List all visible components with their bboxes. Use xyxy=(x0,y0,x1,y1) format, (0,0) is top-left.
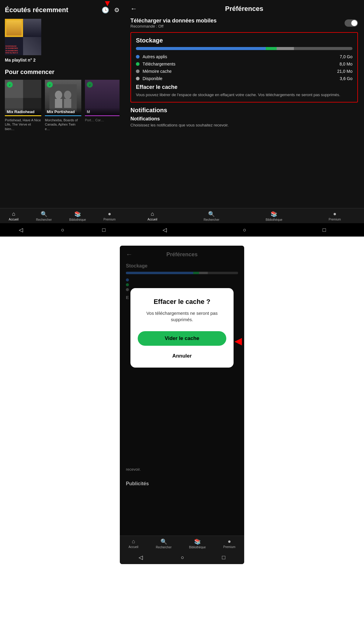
spotify-icon-left: ● xyxy=(108,211,111,217)
storage-section: Stockage Autres applis 7,0 Go Télécharge… xyxy=(130,32,358,103)
dialog-desc: Vos téléchargements ne seront pas suppri… xyxy=(138,310,226,323)
storage-item-telechargements: Téléchargements 8,0 Mo xyxy=(136,62,352,66)
mix-third-label: M xyxy=(85,108,120,116)
bp-nav-premium[interactable]: ● Premium xyxy=(223,538,235,549)
mix-third-desc: Port… Cor… xyxy=(85,118,120,122)
back-btn-sys-bp[interactable]: ◁ xyxy=(139,554,143,561)
left-title: Écoutés récemment xyxy=(5,6,68,14)
storage-item-disponible: Disponible 3,6 Go xyxy=(136,76,352,81)
search-icon-left: 🔍 xyxy=(41,211,47,217)
svg-point-1 xyxy=(55,91,62,99)
notif-sub: Notifications xyxy=(130,116,358,122)
right-nav-premium[interactable]: ● Premium xyxy=(329,211,341,221)
left-nav-bibliotheque[interactable]: 📚 Bibliothèque xyxy=(69,211,86,221)
right-back-btn[interactable]: ← xyxy=(130,5,137,13)
home-icon-right: ⌂ xyxy=(151,211,154,217)
right-system-bar: ◁ ○ □ xyxy=(124,223,364,237)
efface-desc: Vous pouvez libérer de l'espace de stock… xyxy=(136,92,352,98)
spotify-logo-3: ♪ xyxy=(87,82,93,88)
bp-nav-rechercher[interactable]: 🔍 Rechercher xyxy=(156,538,172,549)
library-icon-bp: 📚 xyxy=(194,538,201,545)
home-btn-sys-l[interactable]: ○ xyxy=(61,227,64,233)
left-nav-premium[interactable]: ● Premium xyxy=(103,211,116,221)
mix-radiohead-label: Mix Radiohead xyxy=(5,108,41,116)
playlist-cover[interactable]: RADIOHEADIN RAINBOWSIN RAINBOWSRAD IQ HE… xyxy=(5,19,41,55)
mix-cards-container: ♪ Mix Radiohead Portishead, Have A Nice … xyxy=(5,80,120,131)
spotify-logo-1: ♪ xyxy=(7,82,13,88)
library-icon-right: 📚 xyxy=(271,211,277,217)
storage-bar xyxy=(136,47,352,50)
left-system-bar: ◁ ○ □ xyxy=(0,223,124,237)
left-nav-accueil[interactable]: ⌂ Accueil xyxy=(9,211,19,221)
back-btn-sys-l[interactable]: ◁ xyxy=(19,227,23,233)
dot-telechargements xyxy=(136,62,140,66)
dot-cache xyxy=(136,69,140,73)
dot-disponible xyxy=(136,77,140,80)
bottom-system-bar: ◁ ○ □ xyxy=(120,551,244,564)
dialog-overlay: Effacer le cache ? Vos téléchargements n… xyxy=(120,246,244,564)
mobile-data-label: Télécharger via données mobiles xyxy=(130,18,217,24)
mix-card-portishead[interactable]: ♪ Mix Portishead xyxy=(45,80,81,131)
search-icon-right: 🔍 xyxy=(208,211,215,217)
annuler-button[interactable]: Annuler xyxy=(138,351,226,362)
recent-btn-sys-bp[interactable]: □ xyxy=(222,554,225,561)
publicites-title: Publicités xyxy=(126,481,238,486)
gear-icon[interactable]: ⚙ xyxy=(114,6,120,14)
home-icon-bp: ⌂ xyxy=(132,538,135,545)
spotify-icon-bp: ● xyxy=(228,538,231,545)
svg-rect-4 xyxy=(64,99,71,108)
dot-autres xyxy=(136,55,140,59)
recent-btn-sys-l[interactable]: □ xyxy=(102,227,106,233)
mobile-data-row: Télécharger via données mobiles Recomman… xyxy=(130,18,358,29)
right-phone: ← Préférences Télécharger via données mo… xyxy=(124,0,364,237)
bottom-bottom-nav: ⌂ Accueil 🔍 Rechercher 📚 Bibliothèque ● … xyxy=(120,536,244,551)
bottom-phone: ← Préférences Stockage xyxy=(120,246,244,564)
left-bottom-nav: ⌂ Accueil 🔍 Rechercher 📚 Bibliothèque ● … xyxy=(0,208,124,223)
mobile-data-sub: Recommandé : Off xyxy=(130,24,217,29)
storage-title: Stockage xyxy=(136,37,352,44)
mix-card-third[interactable]: ♪ M Port… Cor… xyxy=(85,80,120,131)
red-arrow-dialog: ◀ xyxy=(234,335,242,347)
left-phone: ▼ Écoutés récemment 🕓 ⚙ xyxy=(0,0,124,237)
dialog-title: Effacer le cache ? xyxy=(138,298,226,306)
publicites-section: Publicités xyxy=(120,476,244,486)
storage-item-cache: Mémoire cache 21,0 Mo xyxy=(136,69,352,74)
mobile-data-toggle[interactable] xyxy=(345,19,358,27)
home-btn-sys-r[interactable]: ○ xyxy=(243,227,246,233)
right-nav-accueil[interactable]: ⌂ Accueil xyxy=(147,211,157,221)
mix-radiohead-desc: Portishead, Have A Nice Life, The Verve … xyxy=(5,118,41,131)
home-btn-sys-bp[interactable]: ○ xyxy=(181,554,184,561)
right-bottom-nav: ⌂ Accueil 🔍 Rechercher 📚 Bibliothèque ● … xyxy=(124,208,364,223)
receive-text: recevoir. xyxy=(126,467,238,472)
dialog-box: Effacer le cache ? Vos téléchargements n… xyxy=(130,288,234,368)
section-title: Pour commencer xyxy=(5,69,120,76)
bottom-section: ← Préférences Stockage xyxy=(0,237,364,573)
mix-portishead-label: Mix Portishead xyxy=(45,108,81,116)
playlist-label: Ma playlist n° 2 xyxy=(5,58,120,62)
red-arrow-top: ▼ xyxy=(103,0,112,7)
library-icon-left: 📚 xyxy=(74,211,81,217)
bp-nav-accueil[interactable]: ⌂ Accueil xyxy=(129,538,138,549)
bottom-below-dialog: recevoir. xyxy=(120,467,244,473)
right-nav-rechercher[interactable]: 🔍 Rechercher xyxy=(204,211,219,221)
notif-desc: Choisissez les notifications que vous so… xyxy=(130,123,358,127)
right-nav-bibliotheque[interactable]: 📚 Bibliothèque xyxy=(266,211,282,221)
notif-section-title: Notifications xyxy=(130,107,358,114)
recent-btn-sys-r[interactable]: □ xyxy=(322,227,326,233)
efface-title: Effacer le cache xyxy=(136,84,352,90)
back-btn-sys-r[interactable]: ◁ xyxy=(163,227,167,233)
left-nav-rechercher[interactable]: 🔍 Rechercher xyxy=(36,211,52,221)
spotify-icon-right: ● xyxy=(333,211,336,217)
home-icon: ⌂ xyxy=(12,211,15,217)
mix-card-radiohead[interactable]: ♪ Mix Radiohead Portishead, Have A Nice … xyxy=(5,80,41,131)
storage-item-autres: Autres applis 7,0 Go xyxy=(136,54,352,59)
vider-cache-button[interactable]: Vider le cache xyxy=(138,331,226,346)
right-title: Préférences xyxy=(142,5,346,13)
notifications-section: Notifications Notifications Choisissez l… xyxy=(130,107,358,127)
bp-nav-bibliotheque[interactable]: 📚 Bibliothèque xyxy=(189,538,206,549)
search-icon-bp: 🔍 xyxy=(160,538,167,545)
mix-portishead-desc: Morcheeba, Boards of Canada, Aphex Twin … xyxy=(45,118,81,131)
svg-point-3 xyxy=(64,91,71,99)
spotify-logo-2: ♪ xyxy=(47,82,53,88)
svg-rect-2 xyxy=(55,99,62,108)
